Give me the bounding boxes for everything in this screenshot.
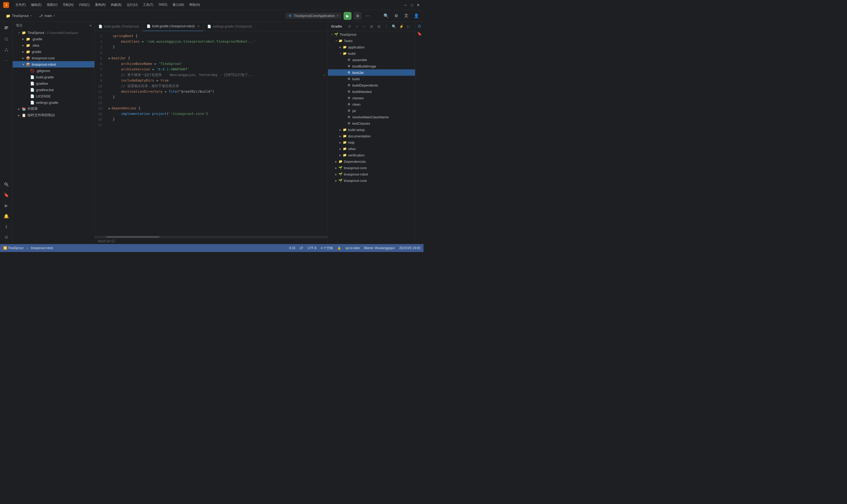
gradle-tree-item[interactable]: ▶📁Dependencies: [328, 158, 415, 165]
file-tree-item[interactable]: 📄build.gradle: [13, 74, 94, 80]
file-tree-item[interactable]: 📄gradlew.bat: [13, 87, 94, 93]
maximize-button[interactable]: □: [410, 3, 414, 7]
more-actions-button[interactable]: ⋯: [364, 12, 372, 20]
gradle-tree-item[interactable]: ⚙build: [328, 76, 415, 82]
tab-close[interactable]: ✕: [197, 24, 200, 28]
menu-item[interactable]: 编辑(E): [29, 2, 44, 8]
menu-item[interactable]: 导航(N): [60, 2, 76, 8]
editor-tab[interactable]: 📄build.gradle (:tinasprout-robot)✕: [143, 22, 204, 31]
file-tree-item[interactable]: ▶📁.idea: [13, 42, 94, 49]
file-tree-item[interactable]: ▶📁.gradle: [13, 36, 94, 42]
gradle-tree-item[interactable]: ▾📁build: [328, 50, 415, 57]
run-configuration[interactable]: ⚙ TinaSproutCoreApplication ▾: [285, 13, 341, 19]
gradle-tree-item[interactable]: ⚙resolveMainClassName: [328, 114, 415, 120]
file-tree-item[interactable]: 📄gradlew: [13, 80, 94, 87]
right-strip-bookmarks[interactable]: 🔖: [416, 30, 423, 37]
branch-selector[interactable]: ⎇ main ▾: [36, 13, 57, 19]
gradle-tree-item[interactable]: ⚙testClasses: [328, 120, 415, 127]
activity-more[interactable]: ⋯: [2, 56, 11, 65]
file-tree-item[interactable]: ▶📁gradle: [13, 49, 94, 55]
gradle-refresh-btn[interactable]: ↺: [346, 23, 353, 30]
gradle-group-btn[interactable]: ⊞: [368, 23, 375, 30]
gradle-tree-item[interactable]: ▶📁help: [328, 139, 415, 146]
status-spaces[interactable]: 4 个空格: [321, 246, 333, 250]
file-tree-item[interactable]: ▾📦tinasprout-robot: [13, 61, 94, 68]
gradle-tree-item[interactable]: ⚙bootJar: [328, 69, 415, 76]
tree-caret[interactable]: ▾: [17, 31, 21, 34]
tree-caret[interactable]: ▶: [21, 50, 25, 53]
translate-button[interactable]: 文: [402, 12, 410, 20]
editor-tab[interactable]: 📄settings.gradle (TinaSprout): [203, 22, 256, 31]
gradle-filter-btn[interactable]: ⚡: [398, 23, 404, 30]
file-tree-item[interactable]: ▶📚外部库: [13, 106, 94, 112]
gradle-more-btn[interactable]: ⋮: [383, 23, 390, 30]
menu-item[interactable]: 运行(U): [125, 2, 140, 8]
tree-caret[interactable]: ▾: [21, 63, 25, 66]
menu-item[interactable]: 视图(V): [45, 2, 59, 8]
activity-settings-bottom[interactable]: ⚙: [2, 232, 11, 242]
file-tree-item[interactable]: ▶📋临时文件和控制台: [13, 112, 94, 118]
file-tree-item[interactable]: ▾📁TinaSprout - C:\Users\MI\CodeSpace: [13, 30, 94, 36]
gradle-tree-item[interactable]: ⚙assemble: [328, 57, 415, 63]
editor-scrollbar[interactable]: [95, 236, 328, 238]
gradle-tree-item[interactable]: ▶🌱tinasprout-core: [328, 177, 415, 184]
menu-item[interactable]: Git(G): [157, 2, 169, 8]
activity-search[interactable]: [2, 34, 11, 44]
run-arrow[interactable]: ▶: [109, 56, 110, 61]
gradle-tree-item[interactable]: ▶📁build setup: [328, 127, 415, 133]
gradle-expand-btn[interactable]: ⊞: [376, 23, 382, 30]
profile-button[interactable]: 👤: [412, 12, 420, 20]
file-tree-item[interactable]: 📄settings.gradle: [13, 99, 94, 106]
tree-caret[interactable]: ▶: [21, 38, 25, 40]
gradle-add-btn[interactable]: +: [354, 23, 360, 30]
status-lf[interactable]: LF: [300, 246, 303, 250]
gradle-tree-item[interactable]: ▶🌱tinasprout-robot: [328, 171, 415, 177]
gradle-tree-item[interactable]: ▶📁other: [328, 146, 415, 152]
editor-tab[interactable]: 📄build.gradle (TinaSprout): [95, 22, 143, 31]
tree-caret[interactable]: ▶: [17, 114, 21, 117]
gradle-tree-item[interactable]: ▶🌱tinasprout-core: [328, 165, 415, 171]
activity-git[interactable]: [2, 45, 11, 55]
gradle-tree-item[interactable]: ⚙buildDependents: [328, 82, 415, 88]
gradle-tree-item[interactable]: ▾🌱TinaSprout: [328, 31, 415, 38]
gradle-tree-item[interactable]: ▶📁verification: [328, 152, 415, 158]
run-arrow[interactable]: ▶: [109, 106, 110, 111]
activity-plugins[interactable]: 🔌: [2, 179, 11, 189]
menu-item[interactable]: 帮助(H): [187, 2, 202, 8]
menu-item[interactable]: 代码(C): [77, 2, 92, 8]
activity-notifications[interactable]: 🔔: [2, 211, 11, 221]
status-encoding[interactable]: UTF-8: [308, 246, 317, 250]
activity-bookmarks[interactable]: 🔖: [2, 190, 11, 200]
file-tree-dropdown-icon[interactable]: ▾: [90, 24, 92, 28]
gradle-tree-item[interactable]: ⚙clean: [328, 101, 415, 107]
editor-scrollbar-thumb[interactable]: [106, 236, 159, 238]
minimize-button[interactable]: ─: [403, 3, 408, 7]
gradle-tree-item[interactable]: ⚙classes: [328, 95, 415, 101]
menu-item[interactable]: 工具(T): [141, 2, 155, 8]
right-strip-gradle[interactable]: G: [416, 23, 423, 30]
status-position[interactable]: 8:16: [289, 246, 295, 250]
gradle-tree-item[interactable]: ▶📁application: [328, 44, 415, 50]
gradle-tree-item[interactable]: ⚙buildNeeded: [328, 88, 415, 95]
gradle-search-btn[interactable]: 🔍: [391, 23, 397, 30]
status-blame[interactable]: Blame: Wuxianggujun: [364, 246, 395, 250]
debug-button[interactable]: ⚙: [354, 12, 362, 20]
status-project[interactable]: 🔀 TinaSprout: [3, 246, 23, 250]
settings-button[interactable]: ⚙: [392, 12, 400, 20]
file-tree-item[interactable]: 🚫.gitignore: [13, 68, 94, 74]
close-button[interactable]: ✕: [416, 3, 420, 7]
tree-caret[interactable]: ▶: [21, 57, 25, 59]
project-selector[interactable]: 📁 TinaSprout ▾: [3, 13, 34, 19]
search-button[interactable]: 🔍: [382, 12, 390, 20]
file-tree-item[interactable]: ▶📦tinasprout-core: [13, 55, 94, 61]
gradle-collapse-btn[interactable]: ─: [361, 23, 367, 30]
code-content[interactable]: springBoot { mainClass = 'com.wuxiangguj…: [106, 31, 328, 236]
menu-item[interactable]: 构建(B): [109, 2, 124, 8]
gradle-nav-btn[interactable]: ▷: [406, 23, 412, 30]
activity-explorer[interactable]: [2, 24, 11, 33]
gradle-tree-item[interactable]: ⚙jar: [328, 107, 415, 114]
menu-item[interactable]: 文件(F): [13, 2, 28, 8]
tree-caret[interactable]: ▶: [17, 107, 21, 110]
gradle-tree-item[interactable]: ▶📁documentation: [328, 133, 415, 139]
tree-caret[interactable]: ▶: [21, 44, 25, 47]
